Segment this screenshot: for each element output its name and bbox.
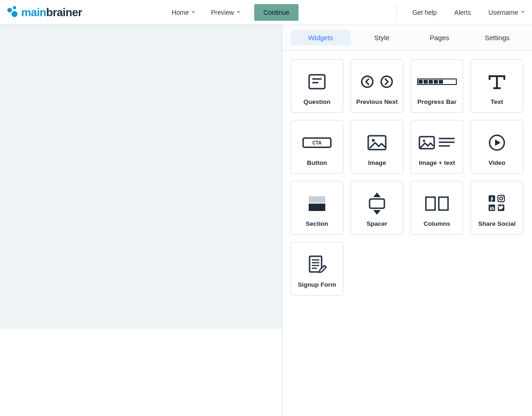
- widget-question-label: Question: [304, 99, 331, 106]
- svg-rect-27: [426, 197, 435, 210]
- widget-prev-next-label: Previous Next: [356, 99, 398, 106]
- widget-progress-bar[interactable]: Progress Bar: [411, 59, 463, 113]
- nav-alerts-label: Alerts: [454, 9, 471, 16]
- chevron-down-icon: [191, 11, 195, 13]
- svg-rect-22: [309, 196, 325, 203]
- svg-rect-23: [309, 204, 325, 211]
- svg-rect-6: [418, 80, 423, 84]
- nav-preview-label: Preview: [211, 9, 234, 16]
- widget-button-label: Button: [307, 160, 327, 167]
- svg-rect-28: [439, 197, 448, 210]
- widget-image-text[interactable]: Image + text: [411, 120, 463, 174]
- nav-home[interactable]: Home: [170, 6, 197, 19]
- panel-tabs: Widgets Style Pages Settings: [282, 25, 532, 51]
- widget-columns[interactable]: Columns: [411, 181, 463, 235]
- editor-canvas[interactable]: [0, 25, 282, 416]
- nav-username-label: Username: [488, 9, 518, 16]
- svg-rect-8: [429, 80, 433, 84]
- widget-progress-label: Progress Bar: [418, 99, 457, 106]
- text-icon: [474, 64, 520, 99]
- svg-rect-0: [309, 75, 325, 89]
- svg-point-14: [372, 139, 375, 142]
- tab-pages[interactable]: Pages: [413, 30, 466, 45]
- nav-home-label: Home: [172, 9, 189, 16]
- widget-grid: Question Previous Next: [282, 51, 532, 304]
- top-bar: mainbrainer Home Preview Continue Get he…: [0, 0, 532, 25]
- svg-point-32: [502, 196, 503, 197]
- widget-text[interactable]: Text: [471, 59, 523, 113]
- nav-preview[interactable]: Preview: [209, 6, 242, 19]
- svg-point-31: [500, 197, 502, 199]
- svg-point-4: [381, 76, 392, 87]
- svg-marker-24: [373, 193, 381, 197]
- prev-next-icon: [354, 64, 400, 99]
- nav-get-help-label: Get help: [412, 9, 437, 16]
- svg-marker-26: [373, 210, 381, 215]
- widget-spacer[interactable]: Spacer: [351, 181, 403, 235]
- divider: [396, 5, 397, 20]
- widget-share-social[interactable]: Share Social: [471, 181, 523, 235]
- svg-rect-34: [490, 207, 491, 210]
- image-icon: [354, 125, 400, 160]
- logo-mark-icon: [5, 6, 18, 19]
- spacer-icon: [354, 186, 400, 221]
- widget-button[interactable]: CTA Button: [291, 120, 343, 174]
- right-panel: Widgets Style Pages Settings Question: [282, 25, 532, 416]
- main-area: Widgets Style Pages Settings Question: [0, 25, 532, 416]
- section-icon: [294, 186, 340, 221]
- widget-columns-label: Columns: [424, 221, 450, 228]
- svg-text:CTA: CTA: [312, 140, 322, 145]
- svg-point-35: [490, 206, 491, 207]
- chevron-down-icon: [521, 11, 525, 13]
- svg-point-3: [362, 76, 373, 87]
- editor-canvas-inner: [0, 25, 282, 329]
- widget-video[interactable]: Video: [471, 120, 523, 174]
- svg-rect-10: [439, 80, 443, 84]
- widget-image-label: Image: [368, 160, 386, 167]
- logo-text: mainbrainer: [21, 6, 82, 19]
- widget-spacer-label: Spacer: [366, 221, 387, 228]
- nav-username[interactable]: Username: [486, 6, 526, 19]
- widget-signup-label: Signup Form: [298, 282, 336, 289]
- widget-question[interactable]: Question: [291, 59, 343, 113]
- svg-point-16: [423, 139, 425, 142]
- widget-previous-next[interactable]: Previous Next: [351, 59, 403, 113]
- top-right-nav: Get help Alerts Username: [396, 5, 526, 20]
- svg-rect-30: [498, 195, 504, 202]
- image-text-icon: [414, 125, 460, 160]
- video-icon: [474, 125, 520, 160]
- widget-section-label: Section: [306, 221, 329, 228]
- svg-rect-7: [424, 80, 428, 84]
- question-icon: [294, 64, 340, 99]
- widget-text-label: Text: [491, 99, 503, 106]
- svg-marker-21: [495, 139, 501, 146]
- tab-settings[interactable]: Settings: [471, 30, 524, 45]
- chevron-down-icon: [237, 11, 240, 13]
- widget-image[interactable]: Image: [351, 120, 403, 174]
- widget-share-label: Share Social: [478, 221, 515, 228]
- continue-button[interactable]: Continue: [254, 4, 299, 21]
- widget-image-text-label: Image + text: [419, 160, 455, 167]
- button-icon: CTA: [294, 125, 340, 160]
- widget-section[interactable]: Section: [291, 181, 343, 235]
- share-social-icon: [474, 186, 520, 221]
- columns-icon: [414, 186, 460, 221]
- widget-video-label: Video: [489, 160, 506, 167]
- brand-logo[interactable]: mainbrainer: [5, 6, 82, 19]
- top-center-nav: Home Preview Continue: [170, 4, 299, 21]
- progress-bar-icon: [414, 64, 460, 99]
- svg-rect-25: [370, 199, 384, 208]
- tab-widgets[interactable]: Widgets: [291, 30, 351, 45]
- signup-form-icon: [294, 247, 340, 282]
- widget-signup-form[interactable]: Signup Form: [291, 242, 343, 295]
- nav-get-help[interactable]: Get help: [411, 6, 439, 19]
- svg-rect-9: [434, 80, 438, 84]
- tab-style[interactable]: Style: [355, 30, 408, 45]
- nav-alerts[interactable]: Alerts: [453, 6, 473, 19]
